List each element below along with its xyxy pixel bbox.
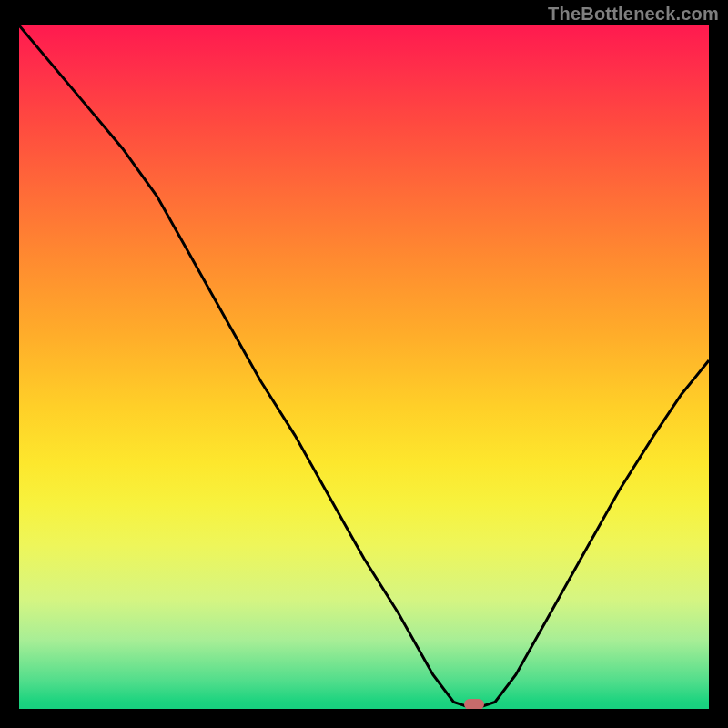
- chart-frame: TheBottleneck.com: [0, 0, 728, 728]
- plot-area: [19, 25, 709, 709]
- bottleneck-curve: [19, 25, 709, 709]
- optimal-point-marker: [464, 699, 484, 709]
- curve-line: [19, 25, 709, 709]
- watermark-text: TheBottleneck.com: [548, 4, 719, 25]
